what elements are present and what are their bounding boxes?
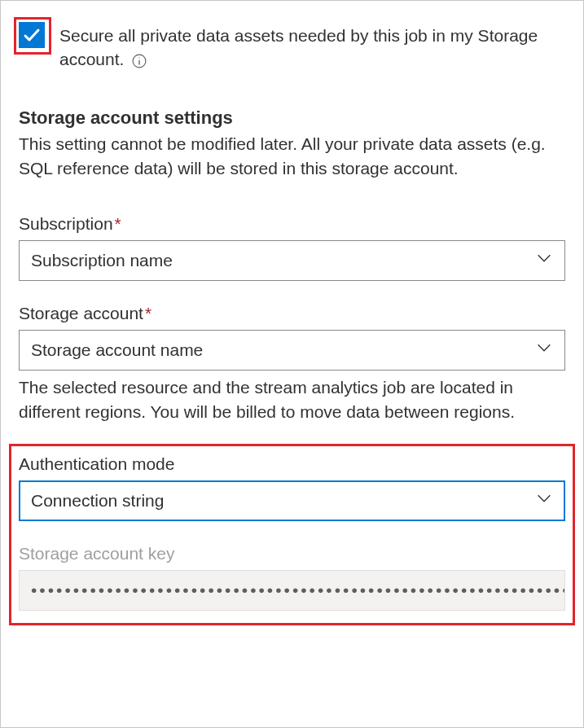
info-icon[interactable]	[132, 54, 147, 68]
storage-key-input[interactable]: ••••••••••••••••••••••••••••••••••••••••…	[19, 570, 565, 611]
subscription-dropdown[interactable]: Subscription name	[19, 240, 565, 281]
section-heading: Storage account settings	[19, 107, 565, 129]
checkmark-icon	[22, 25, 42, 45]
subscription-label: Subscription*	[19, 214, 565, 234]
chevron-down-icon	[535, 249, 553, 271]
required-indicator: *	[145, 304, 151, 322]
storage-settings-panel: Secure all private data assets needed by…	[0, 0, 584, 728]
storage-key-value: ••••••••••••••••••••••••••••••••••••••••…	[31, 581, 565, 600]
storage-account-field: Storage account* Storage account name Th…	[19, 304, 565, 425]
auth-section: Authentication mode Connection string St…	[19, 445, 565, 611]
storage-account-label: Storage account*	[19, 304, 565, 323]
required-indicator: *	[115, 214, 121, 233]
chevron-down-icon	[535, 339, 553, 361]
storage-account-helper: The selected resource and the stream ana…	[19, 375, 565, 425]
auth-mode-field: Authentication mode Connection string	[19, 454, 565, 521]
auth-mode-dropdown[interactable]: Connection string	[19, 480, 565, 521]
subscription-value: Subscription name	[31, 251, 173, 270]
storage-key-label: Storage account key	[19, 544, 565, 564]
secure-assets-label: Secure all private data assets needed by…	[59, 22, 565, 72]
storage-account-dropdown[interactable]: Storage account name	[19, 330, 565, 371]
section-description: This setting cannot be modified later. A…	[19, 132, 565, 182]
chevron-down-icon	[535, 489, 553, 511]
auth-mode-value: Connection string	[31, 491, 164, 511]
svg-point-1	[139, 57, 140, 58]
storage-account-value: Storage account name	[31, 340, 203, 360]
secure-assets-checkbox[interactable]	[19, 22, 45, 48]
secure-assets-row: Secure all private data assets needed by…	[19, 22, 565, 72]
storage-key-field: Storage account key ••••••••••••••••••••…	[19, 544, 565, 611]
auth-mode-label: Authentication mode	[19, 454, 565, 474]
subscription-field: Subscription* Subscription name	[19, 214, 565, 281]
